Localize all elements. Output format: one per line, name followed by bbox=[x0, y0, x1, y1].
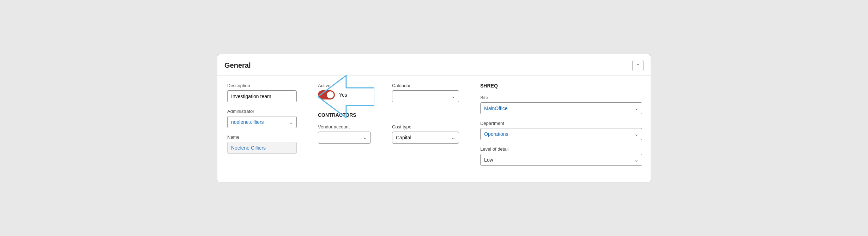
calendar-group: Calendar ⌄ bbox=[392, 83, 459, 102]
description-label: Description bbox=[227, 83, 297, 88]
cost-type-label: Cost type bbox=[392, 124, 459, 129]
cost-type-dropdown-wrapper: Capital ⌄ bbox=[392, 132, 459, 144]
toggle-label: Yes bbox=[339, 92, 347, 98]
general-card: General ⌃ Description Administrator noel… bbox=[217, 54, 651, 182]
toggle-knob bbox=[327, 91, 334, 98]
active-label: Active bbox=[318, 83, 371, 88]
vendor-account-label: Vendor account bbox=[318, 124, 371, 129]
name-input[interactable] bbox=[227, 142, 297, 154]
col-shreq: SHREQ Site MainOffice ⌄ Department bbox=[470, 83, 642, 172]
active-group: Active Yes bbox=[318, 83, 371, 99]
toggle-row: Yes bbox=[318, 90, 371, 99]
department-dropdown[interactable]: Operations bbox=[480, 128, 642, 140]
contractors-group: CONTRACTORS bbox=[318, 112, 371, 118]
administrator-dropdown[interactable]: noelene.cilliers bbox=[227, 116, 297, 128]
site-label: Site bbox=[480, 95, 642, 100]
calendar-dropdown[interactable] bbox=[392, 90, 459, 102]
administrator-group: Administrator noelene.cilliers ⌄ bbox=[227, 109, 297, 128]
site-dropdown-wrapper: MainOffice ⌄ bbox=[480, 102, 642, 114]
site-group: Site MainOffice ⌄ bbox=[480, 95, 642, 114]
administrator-label: Administrator bbox=[227, 109, 297, 114]
card-title: General bbox=[224, 61, 251, 69]
site-dropdown[interactable]: MainOffice bbox=[480, 102, 642, 114]
shreq-header-group: SHREQ bbox=[480, 83, 642, 89]
card-header: General ⌃ bbox=[217, 54, 651, 76]
chevron-up-icon: ⌃ bbox=[636, 63, 640, 68]
calendar-dropdown-wrapper: ⌄ bbox=[392, 90, 459, 102]
level-of-detail-dropdown-wrapper: Low Medium High ⌄ bbox=[480, 154, 642, 166]
active-toggle[interactable] bbox=[318, 90, 335, 99]
department-group: Department Operations ⌄ bbox=[480, 121, 642, 140]
vendor-account-dropdown-wrapper: ⌄ bbox=[318, 132, 371, 144]
level-of-detail-group: Level of detail Low Medium High ⌄ bbox=[480, 146, 642, 166]
calendar-label: Calendar bbox=[392, 83, 459, 88]
col-calendar-cost: Calendar ⌄ Cost type Capital bbox=[381, 83, 470, 172]
level-of-detail-label: Level of detail bbox=[480, 146, 642, 152]
contractors-label: CONTRACTORS bbox=[318, 112, 371, 118]
cost-type-dropdown[interactable]: Capital bbox=[392, 132, 459, 144]
col-left: Description Administrator noelene.cillie… bbox=[226, 83, 307, 172]
description-input[interactable] bbox=[227, 90, 297, 102]
shreq-label: SHREQ bbox=[480, 83, 642, 89]
vendor-account-dropdown[interactable] bbox=[318, 132, 371, 144]
col-active-contractors: Active Yes CONTRACTORS Vendor account bbox=[307, 83, 381, 172]
name-group: Name bbox=[227, 134, 297, 154]
card-body: Description Administrator noelene.cillie… bbox=[217, 76, 651, 182]
name-label: Name bbox=[227, 134, 297, 140]
level-of-detail-dropdown[interactable]: Low Medium High bbox=[480, 154, 642, 166]
department-dropdown-wrapper: Operations ⌄ bbox=[480, 128, 642, 140]
administrator-dropdown-wrapper: noelene.cilliers ⌄ bbox=[227, 116, 297, 128]
description-group: Description bbox=[227, 83, 297, 102]
cost-type-group: Cost type Capital ⌄ bbox=[392, 124, 459, 144]
collapse-button[interactable]: ⌃ bbox=[632, 60, 644, 71]
vendor-account-group: Vendor account ⌄ bbox=[318, 124, 371, 144]
sections-wrapper: Description Administrator noelene.cillie… bbox=[226, 83, 642, 172]
department-label: Department bbox=[480, 121, 642, 126]
